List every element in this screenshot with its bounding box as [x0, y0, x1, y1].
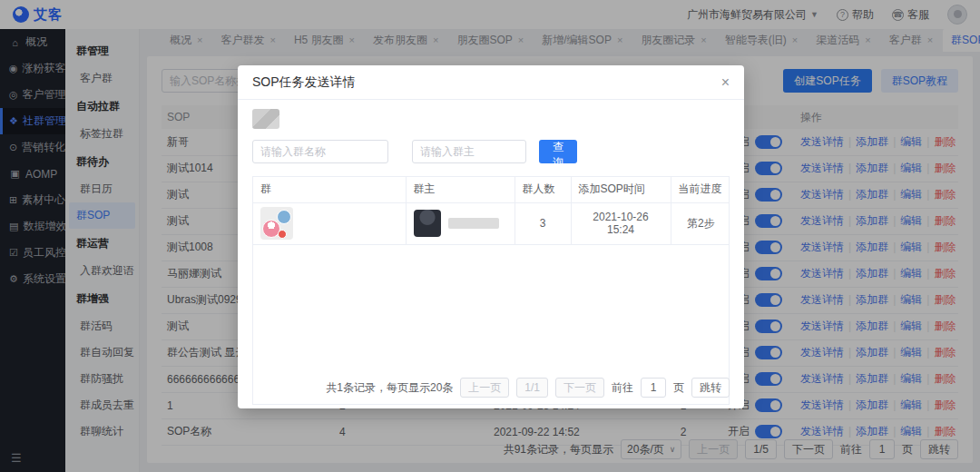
modal-table: 群群主群人数添加SOP时间当前进度: [253, 177, 730, 245]
blurred-image: [252, 109, 279, 129]
owner-avatar: [414, 210, 441, 237]
modal-page-unit-label: 页: [673, 380, 684, 396]
group-avatar: [260, 207, 293, 240]
group-owner-input[interactable]: [412, 140, 526, 163]
modal-pagination-summary: 共1条记录，每页显示20条: [326, 380, 453, 396]
close-icon[interactable]: ×: [721, 75, 730, 90]
page: 艾客 广州市海鲜贸易有限公司 ▼ ? 帮助 ☎ 客服 ⌂概况◉涨粉获客◎客户管理…: [0, 0, 980, 472]
blurred-owner-name: [448, 218, 499, 229]
modal-goto-label: 前往: [612, 380, 633, 396]
modal-column-当前进度: 当前进度: [671, 177, 730, 202]
member-count: 3: [514, 202, 571, 244]
modal-next-page-button[interactable]: 下一页: [555, 378, 604, 398]
modal-column-添加SOP时间: 添加SOP时间: [571, 177, 671, 202]
modal-body: 查询 群群主群人数添加SOP时间当前进度: [238, 100, 744, 408]
group-cell: [253, 202, 406, 244]
modal-filters: 查询: [252, 140, 730, 163]
modal-table-wrap: 群群主群人数添加SOP时间当前进度: [252, 176, 730, 405]
sop-add-time: 2021-10-26 15:24: [571, 202, 671, 244]
current-progress: 第2步: [671, 202, 730, 244]
sop-send-detail-modal: SOP任务发送详情 × 查询 群群主群人数添加SOP时间当前进度: [238, 65, 744, 408]
owner-cell: [406, 202, 514, 244]
modal-pagination: 共1条记录，每页显示20条 上一页 1/1 下一页 前往 页 跳转: [326, 378, 730, 398]
modal-prev-page-button[interactable]: 上一页: [460, 378, 509, 398]
modal-page-indicator: 1/1: [516, 378, 548, 398]
modal-goto-page-input[interactable]: [641, 378, 666, 398]
modal-column-群主: 群主: [406, 177, 514, 202]
modal-title: SOP任务发送详情: [252, 74, 356, 91]
modal-table-row: 3 2021-10-26 15:24 第2步: [253, 202, 730, 244]
modal-column-群: 群: [253, 177, 406, 202]
modal-column-群人数: 群人数: [514, 177, 571, 202]
query-button[interactable]: 查询: [539, 140, 577, 163]
modal-table-header-row: 群群主群人数添加SOP时间当前进度: [253, 177, 730, 202]
modal-jump-button[interactable]: 跳转: [691, 378, 730, 398]
modal-header: SOP任务发送详情 ×: [238, 65, 744, 100]
group-name-input[interactable]: [252, 140, 388, 163]
